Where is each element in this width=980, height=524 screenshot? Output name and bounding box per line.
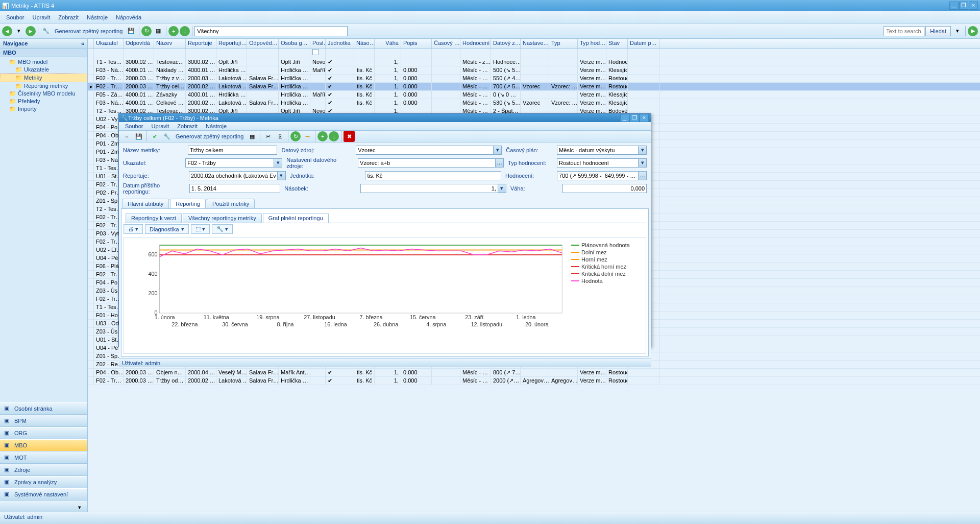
grid-col-header[interactable]: Typ hod… [578, 39, 606, 49]
grid-col-header[interactable]: Název [154, 39, 186, 49]
input-datpr[interactable] [189, 184, 281, 193]
child-add[interactable]: + [317, 131, 328, 141]
chart-opt2[interactable]: 🔧 ▾ [212, 224, 233, 234]
grid-col-header[interactable]: Náso… [354, 39, 375, 49]
restore-button[interactable]: ❐ [959, 2, 968, 10]
subtab-graf[interactable]: Graf plnění reportingu [263, 213, 329, 223]
input-rep[interactable] [189, 171, 278, 180]
export-button[interactable]: ▶ [968, 26, 978, 36]
grid-row[interactable]: ▸F02 - Tr…2000.03 …Tržby cel…2000.02 …La… [88, 83, 980, 91]
grid-col-header[interactable]: Ukazatel [94, 39, 124, 49]
grid-row[interactable]: T1 - Tes…3000.02 …Testovac…3000.02 …Oplt… [88, 58, 980, 66]
dd-nastd[interactable]: … [496, 158, 504, 168]
dd-nas[interactable]: ▾ [498, 184, 506, 193]
input-nastd[interactable] [358, 158, 496, 168]
add-button[interactable]: + [168, 26, 179, 36]
grid-col-header[interactable]: Nastave… [521, 39, 549, 49]
nav-tree-item[interactable]: 📁 Číselníky MBO modelu [0, 90, 87, 98]
save-icon[interactable]: 💾 [126, 26, 137, 37]
menu-soubor[interactable]: Soubor [2, 13, 28, 21]
grid-col-header[interactable]: Stav [606, 39, 628, 49]
grid-col-header[interactable]: Hodnocení [460, 39, 491, 49]
grid-col-header[interactable]: Odpovídá [124, 39, 154, 49]
menu-zobrazit[interactable]: Zobrazit [54, 13, 83, 21]
nav-category[interactable]: ▣Osobní stránka [0, 402, 87, 415]
grid-col-header[interactable]: Datum p… [628, 39, 659, 49]
dd-datzd[interactable]: ▾ [494, 146, 502, 155]
child-maximize[interactable]: ❐ [630, 114, 639, 122]
child-down[interactable]: ↓ [329, 131, 339, 141]
grid-col-header[interactable]: Reportuje [186, 39, 216, 49]
nav-collapse-icon[interactable]: « [81, 40, 84, 46]
input-vaha[interactable] [562, 184, 647, 193]
print-button[interactable]: 🖨 ▾ [124, 224, 143, 234]
grid-row[interactable]: F02 - Tr…2000.03 …Tržby z v…2000.03 …Lak… [88, 75, 980, 83]
input-jedn[interactable] [365, 171, 501, 180]
child-menu-zobrazit[interactable]: Zobrazit [173, 122, 202, 130]
search-button[interactable]: Hledat [925, 26, 951, 36]
nav-category[interactable]: ▣MOT [0, 451, 87, 464]
child-edit-icon[interactable]: ▦ [247, 131, 258, 142]
nav-back-menu[interactable]: ▾ [13, 26, 24, 37]
grid-col-header[interactable]: Váha [375, 39, 401, 49]
child-save-icon[interactable]: 💾 [133, 131, 144, 142]
child-new-icon[interactable]: ▫ [121, 131, 132, 142]
grid-row[interactable]: F05 - Zá…4000.01 …Závazky4000.01 …Hrdlič… [88, 91, 980, 99]
grid-col-header[interactable]: Jednotka [326, 39, 354, 49]
menu-napoveda[interactable]: Nápověda [112, 13, 145, 21]
nav-tree-item[interactable]: 📁 Importy [0, 105, 87, 113]
dd-hodn[interactable]: … [639, 171, 647, 180]
input-nas[interactable] [360, 184, 498, 193]
nav-category[interactable]: ▣ORG [0, 427, 87, 439]
dd-typh[interactable]: ▾ [639, 158, 647, 168]
grid-col-header[interactable]: Posl… [310, 39, 326, 49]
remove-button[interactable]: ↓ [180, 26, 190, 36]
grid-row[interactable]: P04 - Ob…2000.03 …Objem n…2000.04 …Vesel… [88, 369, 980, 377]
dd-caspl[interactable]: ▾ [639, 146, 647, 155]
input-hodn[interactable] [557, 171, 639, 180]
diagnostika-button[interactable]: Diagnostika ▾ [145, 224, 188, 234]
grid-row[interactable]: F03 - Ná…4000.01 …Celkové …2000.02 …Lako… [88, 99, 980, 107]
nav-tree-item[interactable]: 📁 Přehledy [0, 98, 87, 105]
nav-fwd-button[interactable]: ► [26, 26, 36, 36]
refresh-button[interactable]: ↻ [141, 26, 152, 36]
grid-filter-row[interactable] [88, 49, 980, 58]
input-ukaz[interactable] [185, 158, 274, 168]
nav-category[interactable]: ▣BPM [0, 415, 87, 427]
child-close[interactable]: × [640, 114, 649, 122]
gen-report-button[interactable]: Generovat zpětný reporting [53, 28, 125, 34]
menu-nastroje[interactable]: Nástroje [83, 13, 112, 21]
grid-col-header[interactable]: Typ [549, 39, 578, 49]
child-menu-nastroje[interactable]: Nástroje [202, 122, 231, 130]
child-cut-icon[interactable]: ✂ [262, 131, 274, 142]
child-minimize[interactable]: _ [620, 114, 629, 122]
filter-combo[interactable] [194, 26, 348, 36]
subtab-vsechny[interactable]: Všechny reportingy metriky [183, 213, 262, 223]
grid-col-header[interactable]: Odpověd… [247, 39, 279, 49]
input-caspl[interactable] [557, 146, 639, 155]
input-typh[interactable] [557, 158, 639, 168]
child-menu-soubor[interactable]: Soubor [121, 122, 147, 130]
nav-tree-item[interactable]: 📁 MBO model [0, 58, 87, 66]
tab-pouziti[interactable]: Použití metriky [207, 199, 255, 208]
chart-opt1[interactable]: ⬚ ▾ [191, 224, 210, 234]
grid-row[interactable]: F02 - Tr…2000.03 …Tržby od…2000.02 …Lako… [88, 377, 980, 385]
child-gen-button[interactable]: Generovat zpětný reporting [174, 133, 246, 139]
search-input[interactable] [884, 26, 924, 36]
grid-row[interactable]: F03 - Ná…4000.01 …Náklady …4000.01 …Hrdl… [88, 66, 980, 75]
tab-reporting[interactable]: Reporting [170, 199, 206, 208]
minimize-button[interactable]: _ [949, 2, 959, 10]
cascade-icon[interactable]: ▦ [153, 26, 164, 37]
dd-rep[interactable]: ▾ [278, 171, 286, 180]
nav-category[interactable]: ▣Zprávy a analýzy [0, 476, 87, 488]
nav-tree-item[interactable]: 📁 Reporting metriky [0, 82, 87, 90]
child-key-icon[interactable]: ⊸ [302, 131, 313, 142]
nav-category[interactable]: ▣Zdroje [0, 464, 87, 476]
child-refresh[interactable]: ↻ [290, 131, 301, 141]
search-menu[interactable]: ▾ [952, 26, 963, 37]
child-menu-upravit[interactable]: Upravit [147, 122, 173, 130]
nav-category[interactable]: ▣MBO [0, 439, 87, 451]
grid-col-header[interactable]: Datový z… [491, 39, 521, 49]
nav-more-icon[interactable]: ▾ [74, 502, 85, 513]
child-check-icon[interactable]: ✔ [149, 131, 160, 142]
